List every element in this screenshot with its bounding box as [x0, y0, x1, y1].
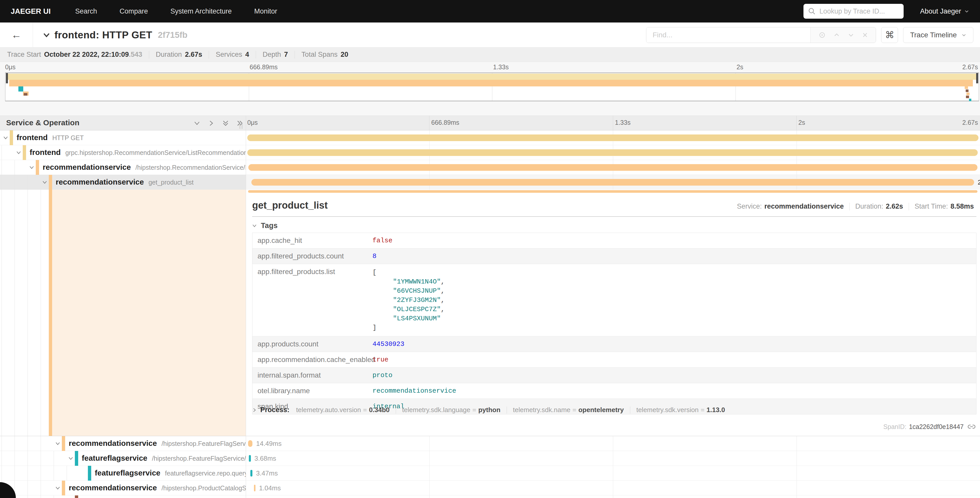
deep-link-icon[interactable]	[968, 423, 975, 431]
indent-guide	[2, 175, 2, 190]
duration-value: 2.67s	[185, 51, 202, 59]
span-name-cell[interactable]: frontendgrpc.hipstershop.RecommendationS…	[0, 145, 246, 160]
tag-key: app.products.count	[252, 337, 372, 352]
tag-row[interactable]: otel.library.namerecommendationservice	[252, 383, 976, 399]
trace-view-select[interactable]: Trace Timeline	[903, 27, 974, 43]
span-id-value: 1ca2262df0e18447	[909, 423, 964, 431]
span-duration-bar[interactable]	[247, 134, 979, 141]
nav-item-search[interactable]: Search	[75, 7, 97, 15]
tag-row[interactable]: internal.span.formatproto	[252, 368, 976, 383]
span-name-cell[interactable]: frontendHTTP GET	[0, 130, 246, 145]
span-timeline-cell[interactable]	[246, 160, 980, 175]
span-timeline-cell[interactable]: 1.04ms	[246, 480, 980, 495]
tags-header: Tags	[261, 221, 278, 230]
operation-name: /hipstershop.RecommendationService/Lis..…	[135, 164, 246, 171]
nav-item-compare[interactable]: Compare	[119, 7, 148, 15]
span-duration-bar[interactable]	[248, 164, 977, 171]
span-duration-bar[interactable]	[250, 470, 252, 477]
span-row[interactable]: frontendHTTP GET	[0, 130, 980, 145]
span-name-cell[interactable]: featureflagservicefeatureflagservice.rep…	[0, 466, 246, 480]
trace-id-lookup[interactable]	[803, 4, 904, 19]
span-name-cell[interactable]: recommendationservice/hipstershop.Featur…	[0, 436, 246, 451]
collapse-trace-chevron-icon[interactable]	[42, 31, 51, 39]
span-timeline-cell[interactable]: 2.62s	[246, 175, 980, 190]
span-toggle-chevron-icon[interactable]	[3, 135, 9, 142]
span-name-cell[interactable]: recommendationservice/hipstershop.Recomm…	[0, 160, 246, 175]
find-next-icon[interactable]	[848, 32, 854, 38]
span-duration-bar[interactable]	[248, 440, 253, 447]
viewport-handle-left[interactable]	[6, 73, 8, 83]
span-name-cell[interactable]: recommendationservice/hipstershop.Produc…	[0, 480, 246, 495]
indent-guide	[2, 466, 2, 480]
service-name: recommendationservice/hipstershop.Produc…	[69, 484, 246, 492]
nav-item-monitor[interactable]: Monitor	[254, 7, 277, 15]
column-resizer[interactable]: ||	[239, 122, 243, 129]
trace-id-lookup-input[interactable]	[819, 7, 899, 15]
span-toggle-chevron-icon[interactable]	[55, 441, 61, 448]
back-arrow-button[interactable]: ←	[0, 29, 33, 41]
about-jaeger-menu[interactable]: About Jaeger	[920, 7, 969, 15]
span-duration-bar[interactable]	[247, 149, 978, 156]
minimap-span-bar	[8, 73, 977, 80]
process-equals: =	[473, 406, 476, 414]
span-row[interactable]: recommendationservice/hipstershop.Recomm…	[0, 160, 980, 175]
chevron-right-icon	[251, 407, 257, 413]
span-toggle-chevron-icon[interactable]	[55, 485, 61, 492]
nav-item-system-architecture[interactable]: System Architecture	[170, 7, 232, 15]
span-toggle-chevron-icon[interactable]	[16, 150, 22, 157]
span-name-cell[interactable]: recommendationserviceget_product_list	[0, 175, 246, 190]
tag-row[interactable]: app.filtered_products.list["1YMWWN1N4O",…	[252, 264, 976, 337]
span-start-value: 8.58ms	[950, 203, 974, 211]
operation-name: grpc.hipstershop.RecommendationService/L…	[65, 149, 246, 156]
tag-row[interactable]: app.products.count44530923	[252, 337, 976, 352]
timeline-gridline	[613, 495, 613, 498]
collapse-one-icon[interactable]	[193, 120, 201, 128]
span-duration-bar[interactable]	[249, 455, 251, 462]
span-toggle-chevron-icon[interactable]	[41, 179, 48, 186]
chevron-down-icon	[964, 9, 969, 14]
process-row[interactable]: Process: telemetry.auto.version=0.34b0te…	[251, 406, 725, 414]
find-clear-icon[interactable]	[862, 32, 868, 38]
tag-row[interactable]: app.cache_hitfalse	[252, 233, 976, 249]
span-timeline-cell[interactable]	[246, 495, 980, 498]
tags-section-toggle[interactable]: Tags	[251, 221, 278, 230]
keyboard-shortcuts-button[interactable]: ⌘	[881, 27, 898, 43]
tag-row[interactable]: app.recommendation.cache_enabledtrue	[252, 352, 976, 368]
span-timeline-cell[interactable]	[246, 145, 980, 160]
find-prev-icon[interactable]	[834, 32, 840, 38]
span-duration-bar[interactable]	[254, 485, 256, 492]
span-row[interactable]: recommendationservice/hipstershop.Featur…	[0, 436, 980, 451]
span-timeline-cell[interactable]: 3.47ms	[246, 466, 980, 480]
service-name: featureflagservice/hipstershop.FeatureFl…	[82, 454, 246, 463]
viewport-handle-right[interactable]	[976, 73, 978, 83]
tag-row[interactable]: app.filtered_products.count8	[252, 249, 976, 264]
duration-label: Duration	[156, 51, 182, 59]
trace-start-value: October 22 2022, 22:10:09	[44, 51, 129, 59]
span-timeline-cell[interactable]	[246, 130, 980, 145]
span-timeline-cell[interactable]: 3.68ms	[246, 451, 980, 466]
minimap-span-bar	[18, 86, 23, 91]
span-name-cell[interactable]	[0, 495, 246, 498]
span-duration-bar[interactable]	[251, 179, 974, 185]
span-duration-label: Duration:	[855, 203, 883, 211]
trace-minimap[interactable]	[5, 73, 979, 101]
span-duration-label: 14.49ms	[256, 440, 282, 448]
span-row[interactable]: recommendationservice/hipstershop.Produc…	[0, 480, 980, 495]
span-name-cell[interactable]: featureflagservice/hipstershop.FeatureFl…	[0, 451, 246, 466]
jaeger-trace-page: JAEGER UI Search Compare System Architec…	[0, 0, 980, 498]
collapse-all-icon[interactable]	[222, 120, 229, 128]
find-input[interactable]	[646, 27, 810, 43]
brand-jaeger-ui[interactable]: JAEGER UI	[11, 7, 51, 16]
span-row[interactable]: featureflagservicefeatureflagservice.rep…	[0, 466, 980, 480]
expand-one-icon[interactable]	[207, 120, 215, 128]
span-timeline-cell[interactable]: 14.49ms	[246, 436, 980, 451]
span-row[interactable]: recommendationserviceget_product_list2.6…	[0, 175, 980, 190]
span-row[interactable]	[0, 495, 980, 498]
span-row[interactable]: frontendgrpc.hipstershop.RecommendationS…	[0, 145, 980, 160]
span-toggle-chevron-icon[interactable]	[68, 455, 74, 463]
chevron-down-icon	[251, 223, 257, 228]
span-toggle-chevron-icon[interactable]	[29, 164, 35, 172]
locate-icon[interactable]	[819, 32, 826, 38]
minimap-span-bar	[966, 96, 969, 98]
span-row[interactable]: featureflagservice/hipstershop.FeatureFl…	[0, 451, 980, 466]
